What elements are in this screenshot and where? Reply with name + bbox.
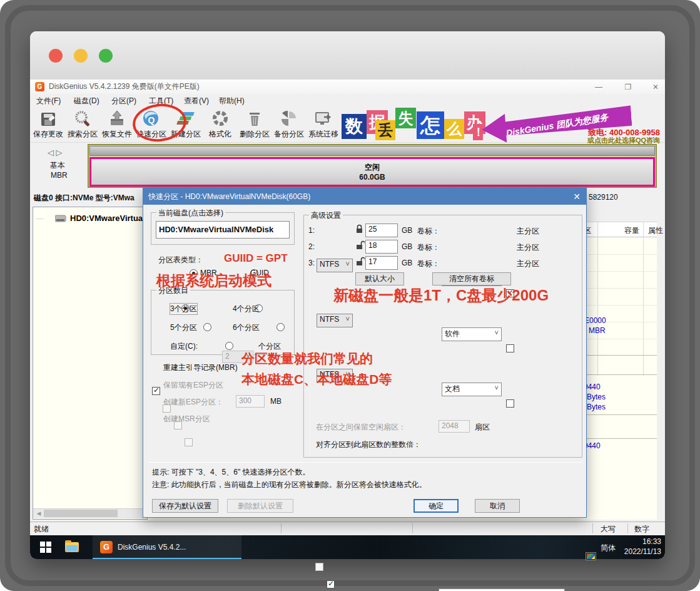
row3-index: 3: xyxy=(308,259,315,267)
property-value: Bytes xyxy=(587,403,606,411)
close-icon[interactable]: ✕ xyxy=(648,81,663,93)
row1-primary-label[interactable]: 主分区 xyxy=(517,226,539,237)
app-title: DiskGenius V5.4.2.1239 免费版(单文件PE版) xyxy=(49,80,200,94)
save-changes-icon xyxy=(39,110,58,128)
file-explorer-icon[interactable] xyxy=(65,542,79,552)
tree-branch-line: ┈┈ xyxy=(36,215,44,222)
diskmap-nav-arrows[interactable]: ◁ ▷ xyxy=(48,148,63,157)
taskbar-app-title: DiskGenius V5.4.2... xyxy=(118,543,186,552)
align-label[interactable]: 对齐分区到此扇区数的整数倍： xyxy=(316,439,421,450)
start-button[interactable] xyxy=(40,542,51,553)
minimize-icon[interactable]: — xyxy=(591,81,606,93)
lock-open-icon[interactable] xyxy=(355,257,365,267)
keep-esp-label: 保留现有ESP分区 xyxy=(163,380,223,391)
row1-volume-caption: 卷标： xyxy=(417,226,440,237)
align-checkbox[interactable] xyxy=(327,580,335,588)
clear-labels-button[interactable]: 清空所有卷标 xyxy=(432,272,511,285)
radio-5-partitions-label[interactable]: 5个分区 xyxy=(170,322,197,333)
row3-primary-label[interactable]: 主分区 xyxy=(517,259,539,269)
section-divider xyxy=(582,414,657,415)
mac-titlebar xyxy=(30,31,665,80)
free-sectors-checkbox[interactable] xyxy=(315,563,323,571)
row2-primary-checkbox[interactable] xyxy=(506,344,514,352)
toolbar-delete-partition[interactable]: 删除分区 xyxy=(237,110,272,142)
current-disk-box[interactable]: HD0:VMwareVirtualNVMeDisk xyxy=(156,221,290,239)
mac-close-button[interactable] xyxy=(49,49,63,63)
radio-4-partitions-label[interactable]: 4个分区 xyxy=(233,304,260,314)
toolbar-format[interactable]: 格式化 xyxy=(203,110,238,142)
toolbar-backup-partition[interactable]: 备份分区 xyxy=(271,110,307,142)
taskbar-clock-time[interactable]: 16:33 xyxy=(622,537,661,546)
current-disk-group-label: 当前磁盘(点击选择) xyxy=(156,208,225,218)
rebuild-mbr-checkbox[interactable] xyxy=(152,387,160,395)
row3-size-input[interactable]: 17 xyxy=(365,256,398,270)
status-divider xyxy=(281,523,282,533)
radio-3-partitions-label[interactable]: 3个分区 xyxy=(170,304,197,314)
row1-fs-select[interactable]: NTFS xyxy=(317,259,353,272)
toolbar-recover-files[interactable]: 恢复文件 xyxy=(99,110,134,142)
align-select[interactable]: 2048 扇区 (1048576 字节) xyxy=(439,588,565,591)
banner-tile[interactable]: 么 xyxy=(444,119,464,139)
banner-tile[interactable]: 数 xyxy=(342,114,367,139)
lock-open-icon[interactable] xyxy=(355,240,365,250)
row2-fs-select[interactable]: NTFS xyxy=(317,314,353,327)
menu-disk[interactable]: 磁盘(D) xyxy=(74,94,99,108)
save-default-button[interactable]: 保存为默认设置 xyxy=(152,499,218,513)
radio-custom-count[interactable] xyxy=(225,342,233,350)
cancel-button[interactable]: 取消 xyxy=(475,499,520,513)
banner-tile[interactable]: 丢 xyxy=(375,120,395,140)
taskbar-language[interactable]: 简体 xyxy=(601,543,616,553)
tree-hscroll-thumb[interactable] xyxy=(44,510,118,517)
radio-6-partitions-label[interactable]: 6个分区 xyxy=(233,322,260,333)
disk-info-right-partial: 5829120 xyxy=(589,193,618,202)
delete-default-button[interactable]: 删除默认设置 xyxy=(227,499,293,513)
banner-tile[interactable]: 失 xyxy=(395,108,416,128)
dialog-close-icon[interactable]: ✕ xyxy=(567,188,586,205)
row2-primary-label[interactable]: 主分区 xyxy=(517,242,539,253)
partition-name: 空闲 xyxy=(91,162,653,173)
scroll-left-arrow[interactable]: ◀ xyxy=(34,510,43,517)
row2-size-input[interactable]: 18 xyxy=(365,240,398,254)
menu-file[interactable]: 文件(F) xyxy=(36,94,61,108)
disk-info-left: 磁盘0 接口:NVMe 型号:VMwa xyxy=(34,193,134,203)
radio-5-partitions[interactable] xyxy=(203,323,211,331)
msr-checkbox[interactable] xyxy=(185,438,193,446)
disk-base-type: 基本 xyxy=(50,160,65,171)
status-caps: 大写 xyxy=(601,524,616,535)
row3-volume-select[interactable]: 文档 xyxy=(442,383,502,396)
row2-volume-select[interactable]: 软件 xyxy=(442,327,502,341)
banner-tile[interactable]: 怎 xyxy=(417,111,444,139)
annotation-disk-size: 新磁盘一般是1T，C盘最少200G xyxy=(333,285,549,306)
restore-icon[interactable]: ❐ xyxy=(621,81,636,93)
default-size-button[interactable]: 默认大小 xyxy=(355,272,404,285)
toolbar-save-changes[interactable]: 保存更改 xyxy=(31,110,66,142)
language-tray-icon[interactable] xyxy=(586,552,596,560)
menu-partition[interactable]: 分区(P) xyxy=(111,94,136,108)
free-sectors-unit: 扇区 xyxy=(475,422,490,433)
delete-partition-icon xyxy=(245,110,264,128)
lock-closed-icon[interactable] xyxy=(355,224,363,234)
row3-primary-checkbox[interactable] xyxy=(506,399,514,408)
menu-help[interactable]: 帮助(H) xyxy=(219,94,245,108)
backup-partition-icon xyxy=(280,110,298,128)
table-row-line xyxy=(582,254,657,255)
mac-minimize-button[interactable] xyxy=(74,49,88,63)
mac-zoom-button[interactable] xyxy=(99,49,113,63)
taskbar-clock-date[interactable]: 2022/11/13 xyxy=(619,547,661,556)
partition-block-free[interactable]: 空闲 60.0GB xyxy=(89,157,655,187)
banner-tile[interactable]: ！ xyxy=(473,124,483,140)
free-sectors-input[interactable]: 2048 xyxy=(439,420,470,433)
tree-item-disk0[interactable]: HD0:VMwareVirtual xyxy=(70,213,145,223)
menu-view[interactable]: 查看(V) xyxy=(184,94,209,108)
annotation-guid-gpt: GUIID = GPT xyxy=(224,252,288,265)
toolbar-label: 格式化 xyxy=(203,129,238,140)
toolbar-label: 恢复文件 xyxy=(99,129,134,140)
rebuild-mbr-label[interactable]: 重建主引导记录(MBR) xyxy=(163,362,238,373)
esp-size-input[interactable]: 300 xyxy=(236,395,265,408)
row1-size-input[interactable]: 25 xyxy=(365,224,398,237)
annotation-count-2: 本地磁盘C、本地磁盘D等 xyxy=(241,371,392,388)
toolbar-system-migrate[interactable]: 系统迁移 xyxy=(306,110,341,142)
ok-button[interactable]: 确定 xyxy=(413,499,459,513)
toolbar-search-partition[interactable]: 搜索分区 xyxy=(65,110,100,142)
radio-custom-count-label[interactable]: 自定(C): xyxy=(170,341,198,352)
